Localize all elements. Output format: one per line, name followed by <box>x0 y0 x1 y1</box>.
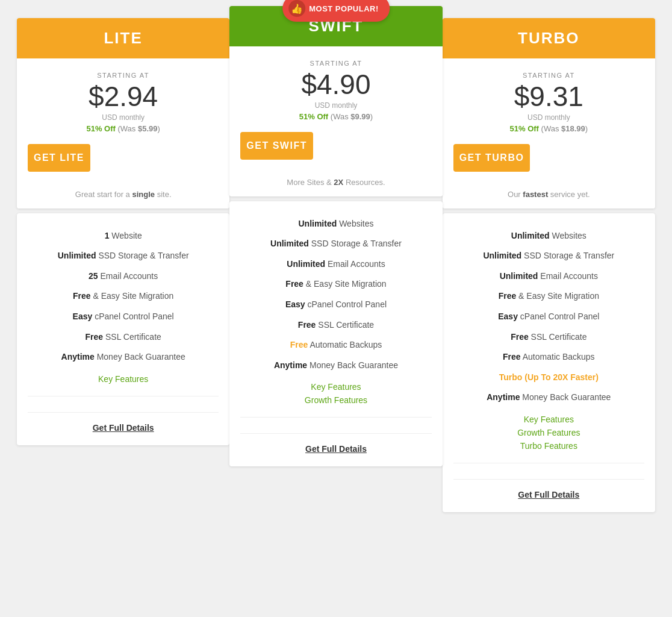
full-details-turbo: Get Full Details <box>453 463 644 500</box>
discount-pct-turbo: 51% Off <box>510 124 539 133</box>
features-links-turbo: Key FeaturesGrowth FeaturesTurbo Feature… <box>453 415 644 451</box>
feature-text: & Easy Site Migration <box>516 291 599 301</box>
plan-title-lite: LITE <box>104 29 142 47</box>
plan-card-turbo: TURBO STARTING AT $9.31 USD monthly 51% … <box>443 18 655 208</box>
features-links-swift: Key FeaturesGrowth Features <box>240 382 431 405</box>
feature-bold: Free <box>503 352 521 362</box>
feature-text: SSD Storage & Transfer <box>96 251 189 260</box>
feature-row: Unlimited SSD Storage & Transfer <box>453 250 644 262</box>
feature-bold: Unlimited <box>298 219 337 228</box>
feature-text: SSL Certificate <box>529 332 587 342</box>
cta-button-swift[interactable]: GET SWIFT <box>240 132 313 160</box>
feature-text: Websites <box>550 231 586 240</box>
separator <box>28 412 219 413</box>
feature-row: 1 Website <box>28 230 219 242</box>
feature-text: Websites <box>337 219 373 228</box>
feature-row: Free SSL Certificate <box>28 331 219 343</box>
tagline-bold-turbo: fastest <box>523 190 548 199</box>
pricing-container: LITE STARTING AT $2.94 USD monthly 51% O… <box>17 18 655 512</box>
feature-text: Automatic Backups <box>308 340 382 349</box>
feature-bold: Anytime <box>274 360 307 370</box>
feature-row: Easy cPanel Control Panel <box>240 299 431 311</box>
feature-bold: Easy <box>285 299 305 309</box>
separator <box>453 479 644 480</box>
feature-bold: Anytime <box>487 392 520 402</box>
feature-bold: Unlimited <box>500 271 538 281</box>
feature-text: & Easy Site Migration <box>91 291 174 301</box>
starting-at-swift: STARTING AT <box>235 60 436 67</box>
feature-row: Free & Easy Site Migration <box>240 278 431 290</box>
feature-bold: Unlimited <box>483 251 521 260</box>
feature-text: SSD Storage & Transfer <box>309 239 402 248</box>
feature-row: Free Automatic Backups <box>240 339 431 351</box>
separator <box>240 433 431 434</box>
feature-bold: 25 <box>89 271 98 281</box>
full-details-link-lite[interactable]: Get Full Details <box>93 423 154 433</box>
full-details-swift: Get Full Details <box>240 417 431 454</box>
full-details-lite: Get Full Details <box>28 396 219 433</box>
plan-wrapper-swift: 👍MOST POPULAR!SWIFT STARTING AT $4.90 US… <box>229 6 442 466</box>
feature-bold: Free <box>298 320 316 330</box>
discount-swift: 51% Off (Was $9.99) <box>235 112 436 121</box>
feature-row: 25 Email Accounts <box>28 271 219 283</box>
features-card-lite: 1 WebsiteUnlimited SSD Storage & Transfe… <box>17 213 229 445</box>
feature-text: cPanel Control Panel <box>92 312 173 321</box>
feature-row: Unlimited Websites <box>240 218 431 230</box>
tagline-bold-swift: 2X <box>334 178 343 187</box>
plan-header-lite: LITE <box>17 18 229 58</box>
feature-row: Free SSL Certificate <box>453 331 644 343</box>
feature-bold: Unlimited <box>287 259 325 269</box>
feature-text: Website <box>109 231 142 240</box>
link-key-features-turbo[interactable]: Key Features <box>453 415 644 424</box>
feature-text: Money Back Guarantee <box>95 352 185 362</box>
was-price-turbo: (Was $18.99) <box>541 124 588 133</box>
feature-bold: Free <box>290 340 308 349</box>
feature-bold: Anytime <box>61 352 95 362</box>
tagline-lite: Great start for a single site. <box>17 184 229 208</box>
feature-text: Automatic Backups <box>521 352 595 362</box>
discount-pct-swift: 51% Off <box>299 112 328 121</box>
full-details-link-swift[interactable]: Get Full Details <box>305 444 367 454</box>
feature-text: Email Accounts <box>98 271 158 281</box>
plan-header-turbo: TURBO <box>443 18 655 58</box>
starting-at-turbo: STARTING AT <box>449 72 649 79</box>
tagline-bold-lite: single <box>132 190 155 199</box>
link-turbo-features-turbo[interactable]: Turbo Features <box>453 441 644 451</box>
feature-row: Free & Easy Site Migration <box>28 290 219 302</box>
feature-bold: Free <box>511 332 529 342</box>
link-growth-features-turbo[interactable]: Growth Features <box>453 428 644 437</box>
feature-row: Unlimited Email Accounts <box>453 271 644 283</box>
discount-pct-lite: 51% Off <box>86 124 115 133</box>
was-price-lite: (Was $5.99) <box>118 124 160 133</box>
plan-card-swift: SWIFT STARTING AT $4.90 USD monthly 51% … <box>229 6 442 196</box>
tagline-turbo: Our fastest service yet. <box>443 184 655 208</box>
feature-bold: Unlimited <box>58 251 96 260</box>
feature-text: Money Back Guarantee <box>520 392 611 402</box>
link-key-features-lite[interactable]: Key Features <box>28 374 219 384</box>
link-key-features-swift[interactable]: Key Features <box>240 382 431 392</box>
feature-row: Unlimited SSD Storage & Transfer <box>240 238 431 250</box>
cta-button-turbo[interactable]: GET TURBO <box>453 144 530 172</box>
features-links-lite: Key Features <box>28 374 219 384</box>
plan-title-turbo: TURBO <box>518 29 579 47</box>
feature-bold: Free <box>73 291 91 301</box>
full-details-link-turbo[interactable]: Get Full Details <box>518 490 579 500</box>
link-growth-features-swift[interactable]: Growth Features <box>240 395 431 405</box>
feature-bold: Free <box>86 332 104 342</box>
thumb-icon: 👍 <box>288 0 305 17</box>
features-card-swift: Unlimited WebsitesUnlimited SSD Storage … <box>229 201 442 467</box>
feature-text: cPanel Control Panel <box>518 312 599 321</box>
feature-text: Money Back Guarantee <box>307 360 398 370</box>
price-section-turbo: STARTING AT $9.31 USD monthly 51% Off (W… <box>443 58 655 144</box>
feature-row: Anytime Money Back Guarantee <box>28 351 219 363</box>
feature-text: cPanel Control Panel <box>305 299 387 309</box>
plan-wrapper-lite: LITE STARTING AT $2.94 USD monthly 51% O… <box>17 18 229 445</box>
feature-row: Unlimited Websites <box>453 230 644 242</box>
cta-button-lite[interactable]: GET LITE <box>28 144 90 172</box>
usd-monthly-swift: USD monthly <box>235 101 436 110</box>
feature-text: SSL Certificate <box>316 320 374 330</box>
price-turbo: $9.31 <box>449 81 649 112</box>
feature-bold: Free <box>499 291 517 301</box>
feature-row: Easy cPanel Control Panel <box>453 311 644 323</box>
features-card-turbo: Unlimited WebsitesUnlimited SSD Storage … <box>443 213 655 512</box>
